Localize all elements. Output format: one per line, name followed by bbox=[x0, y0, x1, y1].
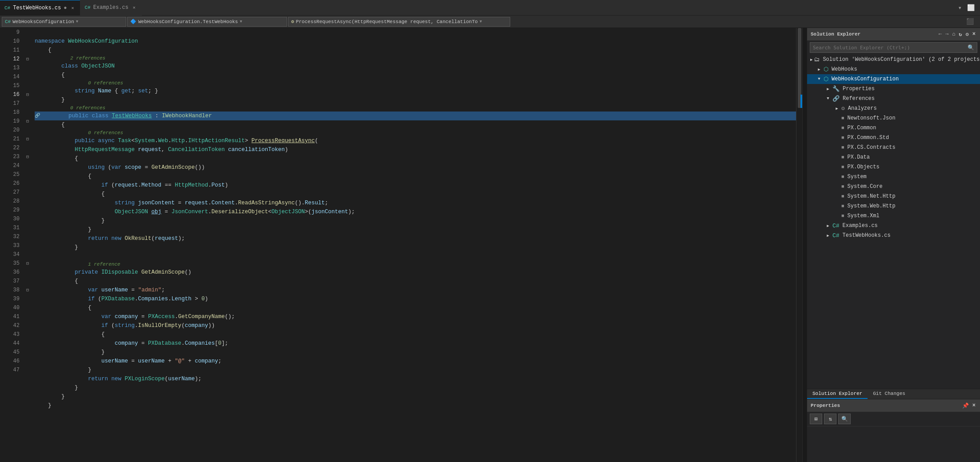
code-line-26: ObjectJSON obj = JsonConvert.Deserialize… bbox=[35, 207, 796, 216]
tree-label-webhooks: WebHooks bbox=[832, 66, 857, 72]
ref-hint-18: 0 references bbox=[35, 129, 796, 136]
code-line-37: var company = PXAccess.GetCompanyName(); bbox=[35, 312, 796, 321]
tree-item-webhooksconfig[interactable]: ▼ ⬡ WebHooksConfiguration bbox=[807, 74, 980, 84]
nav-right-dropdown[interactable]: ⚙ ProcessRequestAsync(HttpRequestMessage… bbox=[288, 17, 510, 27]
tree-item-pxcommonstd[interactable]: ■ PX.Common.Std bbox=[807, 133, 980, 143]
tree-item-references[interactable]: ▼ 🔗 References bbox=[807, 94, 980, 104]
sol-tab-git-changes[interactable]: Git Changes bbox=[868, 389, 911, 399]
prop-search-button[interactable]: 🔍 bbox=[838, 414, 851, 424]
fold-indicators: ⊟ ⊟ ⊟ ⊟ ⊟ bbox=[23, 28, 32, 462]
tab-testwebhooks-close[interactable]: ✕ bbox=[69, 5, 76, 11]
pxcommonstd-ref-icon: ■ bbox=[841, 135, 844, 140]
fold-12[interactable]: ⊟ bbox=[23, 55, 32, 64]
code-line-45: } bbox=[35, 383, 796, 392]
minimap-highlight bbox=[800, 95, 802, 108]
code-line-20: { bbox=[35, 154, 796, 163]
nav-mid-arrow: ▼ bbox=[240, 20, 242, 24]
tree-item-system[interactable]: ■ System bbox=[807, 172, 980, 182]
code-line-36: { bbox=[35, 303, 796, 312]
examplescs-file-icon: C# bbox=[832, 223, 840, 229]
solution-tree[interactable]: ▶ 🗂 Solution 'WebHooksConfiguration' (2 … bbox=[807, 55, 980, 389]
nav-mid-dropdown[interactable]: 🔷 WebHooksConfiguration.TestWebHooks ▼ bbox=[127, 17, 287, 27]
sol-tab-solution-explorer[interactable]: Solution Explorer bbox=[807, 389, 868, 399]
tree-item-analyzers[interactable]: ▶ ⚙ Analyzers bbox=[807, 104, 980, 113]
solution-explorer-panel: Solution Explorer ← → ⌂ ↻ ⚙ × 🔍 bbox=[807, 28, 980, 462]
expand-all-button[interactable]: ⬛ bbox=[964, 17, 976, 26]
nav-left-dropdown[interactable]: C# WebHooksConfiguration ▼ bbox=[2, 17, 126, 27]
fold-35[interactable]: ⊟ bbox=[23, 259, 32, 268]
nav-mid-icon: 🔷 bbox=[130, 19, 136, 24]
tree-item-systemwebhttp[interactable]: ■ System.Web.Http bbox=[807, 201, 980, 211]
tab-testwebhooks-label: TestWebHooks.cs bbox=[13, 5, 61, 11]
se-settings-button[interactable]: ⚙ bbox=[965, 30, 970, 39]
tree-item-testwebhookscs[interactable]: ▶ C# TestWebHooks.cs bbox=[807, 231, 980, 240]
properties-header-actions: 📌 × bbox=[961, 402, 976, 410]
nav-mid-label: WebHooksConfiguration.TestWebHooks bbox=[138, 19, 238, 24]
fold-21[interactable]: ⊟ bbox=[23, 135, 32, 143]
tab-list-button[interactable]: ▾ bbox=[956, 3, 964, 12]
newtonsoft-ref-icon: ■ bbox=[841, 116, 844, 121]
tree-label-pxdata: PX.Data bbox=[848, 154, 870, 160]
references-icon: 🔗 bbox=[832, 95, 840, 102]
code-lines[interactable]: namespace WebHooksConfiguration { 2 refe… bbox=[32, 28, 796, 462]
tree-item-properties[interactable]: ▶ 🔧 Properties bbox=[807, 84, 980, 94]
se-home-button[interactable]: ⌂ bbox=[951, 30, 956, 38]
nav-right-icon: ⚙ bbox=[291, 19, 294, 24]
code-line-27: } bbox=[35, 216, 796, 225]
tab-testwebhooks[interactable]: C# TestWebHooks.cs ● ✕ bbox=[0, 0, 80, 16]
nav-right-arrow: ▼ bbox=[480, 20, 482, 24]
code-line-32: private IDisposable GetAdminScope() bbox=[35, 268, 796, 277]
nav-left-arrow: ▼ bbox=[76, 20, 78, 24]
se-close-button[interactable]: × bbox=[972, 30, 976, 38]
fold-19[interactable]: ⊟ bbox=[23, 117, 32, 126]
se-back-button[interactable]: ← bbox=[938, 30, 943, 38]
vertical-scrollbar[interactable] bbox=[796, 28, 802, 462]
se-refresh-button[interactable]: ↻ bbox=[958, 30, 963, 39]
tree-item-examplescs[interactable]: ▶ C# Examples.cs bbox=[807, 221, 980, 231]
properties-close-button[interactable]: × bbox=[972, 402, 976, 410]
tree-item-pxobjects[interactable]: ■ PX.Objects bbox=[807, 162, 980, 172]
code-line-13: { bbox=[35, 71, 796, 80]
line-numbers: 9 10 11 12 13 14 15 16 17 18 19 20 21 22… bbox=[0, 28, 23, 462]
tree-label-systemnethttp: System.Net.Http bbox=[848, 193, 896, 199]
code-line-34: var userName = "admin"; bbox=[35, 286, 796, 295]
ref-hint-14: 0 references bbox=[35, 80, 796, 87]
new-vertical-tab-group-button[interactable]: ⬜ bbox=[965, 3, 976, 12]
prop-sort-button[interactable]: ⇅ bbox=[824, 414, 836, 424]
tree-item-systemnethttp[interactable]: ■ System.Net.Http bbox=[807, 191, 980, 201]
tree-label-pxcommonstd: PX.Common.Std bbox=[848, 135, 889, 141]
fold-16[interactable]: ⊟ bbox=[23, 90, 32, 99]
fold-38[interactable]: ⊟ bbox=[23, 286, 32, 295]
tree-item-pxdata[interactable]: ■ PX.Data bbox=[807, 152, 980, 162]
tree-item-webhooks[interactable]: ▶ ⬡ WebHooks bbox=[807, 64, 980, 74]
code-line-21: using (var scope = GetAdminScope()) bbox=[35, 163, 796, 172]
tab-examples-close[interactable]: ✕ bbox=[131, 4, 137, 11]
tab-examples[interactable]: C# Examples.cs ✕ bbox=[80, 0, 141, 16]
tree-item-newtonsoft[interactable]: ■ Newtonsoft.Json bbox=[807, 113, 980, 123]
code-line-42: userName = userName + "@" + company; bbox=[35, 357, 796, 366]
fold-23[interactable]: ⊟ bbox=[23, 152, 32, 161]
code-line-12: class ObjectJSON bbox=[35, 62, 796, 71]
tree-item-solution[interactable]: ▶ 🗂 Solution 'WebHooksConfiguration' (2 … bbox=[807, 55, 980, 64]
tree-item-systemcore[interactable]: ■ System.Core bbox=[807, 182, 980, 191]
tree-label-pxcscontracts: PX.CS.Contracts bbox=[848, 144, 896, 151]
nav-right-actions: ⬛ bbox=[964, 17, 978, 26]
tree-label-testwebhookscs: TestWebHooks.cs bbox=[843, 232, 891, 239]
code-line-47: } bbox=[35, 401, 796, 410]
nav-left-icon: C# bbox=[5, 19, 11, 24]
se-forward-button[interactable]: → bbox=[944, 30, 949, 38]
tree-item-systemxml[interactable]: ■ System.Xml bbox=[807, 211, 980, 221]
se-search-input[interactable] bbox=[813, 45, 966, 51]
code-line-19: HttpRequestMessage request, Cancellation… bbox=[35, 145, 796, 154]
webhooks-project-icon: ⬡ bbox=[824, 66, 828, 73]
tree-label-analyzers: Analyzers bbox=[848, 105, 877, 112]
tree-label-examplescs: Examples.cs bbox=[843, 223, 878, 229]
tree-label-references: References bbox=[843, 96, 875, 102]
tree-item-pxcscontracts[interactable]: ■ PX.CS.Contracts bbox=[807, 143, 980, 152]
ide-window: C# TestWebHooks.cs ● ✕ C# Examples.cs ✕ … bbox=[0, 0, 980, 462]
code-line-14: string Name { get; set; } bbox=[35, 87, 796, 96]
tree-item-pxcommon[interactable]: ■ PX.Common bbox=[807, 123, 980, 133]
prop-category-view-button[interactable]: ⊞ bbox=[810, 414, 822, 424]
sol-panel-tabs: Solution Explorer Git Changes bbox=[807, 389, 980, 399]
properties-pin-button[interactable]: 📌 bbox=[961, 402, 970, 410]
